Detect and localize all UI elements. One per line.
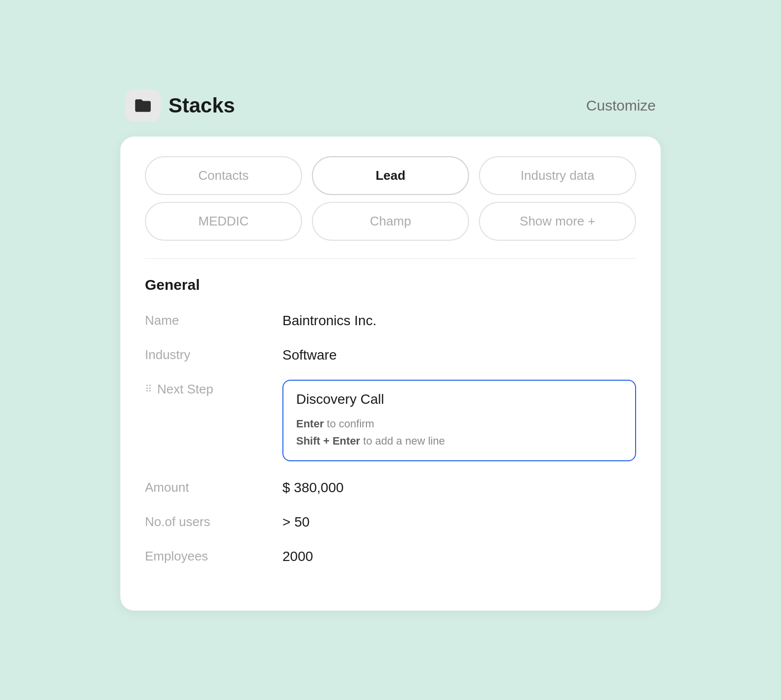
header-left: Stacks [125,89,235,122]
tab-show-more[interactable]: Show more + [479,202,636,241]
app-title: Stacks [168,94,235,117]
field-row-amount: Amount $ 380,000 [145,478,636,496]
field-label-industry: Industry [145,345,282,363]
tabs-row-2: MEDDIC Champ Show more + [145,202,636,241]
tab-champ[interactable]: Champ [312,202,469,241]
field-row-industry: Industry Software [145,345,636,363]
field-label-name-text: Name [145,313,179,328]
folder-svg [134,96,152,115]
hint-shift-keyword: Shift + Enter [296,435,360,447]
field-row-employees: Employees 2000 [145,547,636,564]
next-step-hint: Enter to confirm Shift + Enter to add a … [296,415,622,449]
next-step-box[interactable]: Discovery Call Enter to confirm Shift + … [282,380,636,461]
main-card: Contacts Lead Industry data MEDDIC Champ… [120,137,661,611]
field-value-amount: $ 380,000 [282,478,636,496]
hint-enter-text: to confirm [324,418,374,430]
field-row-no-of-users: No.of users > 50 [145,512,636,530]
field-label-amount: Amount [145,478,282,495]
drag-icon: ⠿ [145,383,151,395]
field-label-no-of-users-text: No.of users [145,514,210,530]
field-label-employees: Employees [145,547,282,564]
tabs-row-1: Contacts Lead Industry data [145,156,636,195]
tab-contacts[interactable]: Contacts [145,156,302,195]
tab-lead[interactable]: Lead [312,156,469,195]
field-row-name: Name Baintronics Inc. [145,311,636,329]
field-label-next-step-text: Next Step [157,382,213,397]
field-label-industry-text: Industry [145,347,191,363]
hint-enter-keyword: Enter [296,418,324,430]
customize-button[interactable]: Customize [586,97,656,114]
tab-meddic[interactable]: MEDDIC [145,202,302,241]
field-label-name: Name [145,311,282,328]
field-row-next-step: ⠿ Next Step Discovery Call Enter to conf… [145,380,636,461]
hint-shift-text: to add a new line [360,435,445,447]
folder-icon [125,89,161,122]
section-divider [145,258,636,259]
field-label-employees-text: Employees [145,549,208,564]
field-value-employees: 2000 [282,547,636,564]
header: Stacks Customize [120,89,661,137]
app-container: Stacks Customize Contacts Lead Industry … [120,89,661,611]
field-value-no-of-users: > 50 [282,512,636,530]
field-value-industry: Software [282,345,636,363]
field-label-amount-text: Amount [145,480,189,495]
next-step-value: Discovery Call [296,392,622,407]
field-value-name: Baintronics Inc. [282,311,636,329]
field-label-no-of-users: No.of users [145,512,282,530]
section-title: General [145,277,636,293]
tab-industry-data[interactable]: Industry data [479,156,636,195]
field-label-next-step: ⠿ Next Step [145,380,282,397]
